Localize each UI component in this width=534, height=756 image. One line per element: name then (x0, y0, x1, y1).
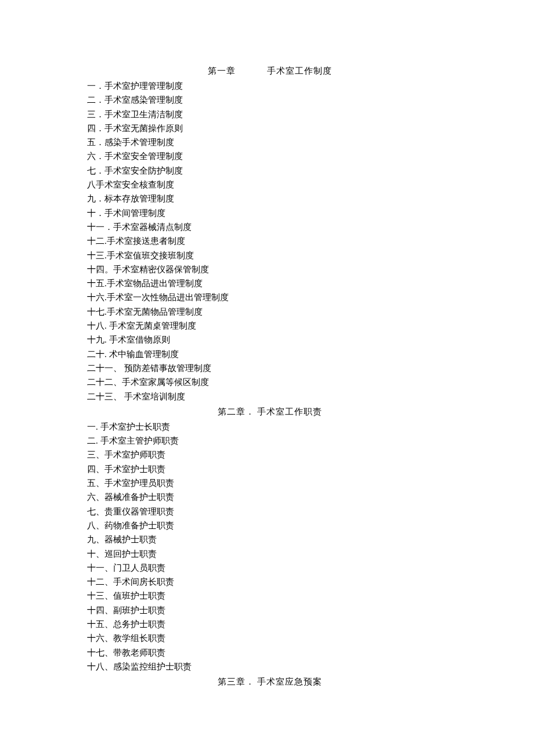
list-item: 十六.手术室一次性物品进出管理制度 (87, 290, 453, 304)
list-item: 十八. 手术室无菌桌管理制度 (87, 319, 453, 333)
list-item: 八、药物准备护士职责 (87, 519, 453, 532)
list-item: 九．标本存放管理制度 (87, 192, 453, 206)
list-item: 十九. 手术室借物原则 (87, 333, 453, 347)
list-item: 七．手术室安全防护制度 (87, 164, 453, 178)
list-item: 十．手术间管理制度 (87, 206, 453, 220)
list-item: 三、手术室护师职责 (87, 448, 453, 462)
list-item: 四、手术室护士职责 (87, 462, 453, 476)
list-item: 十五.手术室物品进出管理制度 (87, 276, 453, 290)
list-item: 六、器械准备护士职责 (87, 490, 453, 504)
list-item: 九、器械护士职责 (87, 532, 453, 546)
list-item: 二十三、 手术室培训制度 (87, 390, 453, 404)
chapter-1-heading: 第一章 手术室工作制度 (87, 64, 453, 78)
chapter-1-list: 一．手术室护理管理制度 二．手术室感染管理制度 三．手术室卫生清洁制度 四．手术… (87, 79, 453, 404)
chapter-2-section: 第二章． 手术室工作职责 一. 手术室护士长职责 二. 手术室主管护师职责 三、… (87, 405, 453, 674)
list-item: 二．手术室感染管理制度 (87, 93, 453, 107)
chapter-3-title: 手术室应急预案 (257, 677, 322, 686)
list-item: 十一．手术室器械清点制度 (87, 220, 453, 234)
list-item: 十四、副班护士职责 (87, 603, 453, 617)
chapter-3-section: 第三章． 手术室应急预案 (87, 675, 453, 689)
list-item: 三．手术室卫生清洁制度 (87, 107, 453, 121)
chapter-1-section: 第一章 手术室工作制度 一．手术室护理管理制度 二．手术室感染管理制度 三．手术… (87, 64, 453, 404)
chapter-3-heading: 第三章． 手术室应急预案 (87, 675, 453, 689)
list-item: 十七.手术室无菌物品管理制度 (87, 305, 453, 319)
list-item: 六．手术室安全管理制度 (87, 149, 453, 163)
list-item: 一．手术室护理管理制度 (87, 79, 453, 93)
list-item: 五．感染手术管理制度 (87, 135, 453, 149)
chapter-1-number: 第一章 (208, 66, 236, 75)
list-item: 七、贵重仪器管理职责 (87, 505, 453, 519)
chapter-2-number: 第二章． (218, 407, 255, 416)
chapter-1-title: 手术室工作制度 (267, 66, 332, 75)
list-item: 二十一、 预防差错事故管理制度 (87, 361, 453, 375)
list-item: 二十. 术中输血管理制度 (87, 347, 453, 361)
chapter-2-heading: 第二章． 手术室工作职责 (87, 405, 453, 419)
list-item: 十七、带教老师职责 (87, 646, 453, 660)
list-item: 十、巡回护士职责 (87, 547, 453, 561)
list-item: 五、手术室护理员职责 (87, 476, 453, 490)
list-item: 二. 手术室主管护师职责 (87, 434, 453, 448)
list-item: 十三、值班护士职责 (87, 589, 453, 603)
list-item: 二十二、手术室家属等候区制度 (87, 375, 453, 389)
list-item: 十三.手术室值班交接班制度 (87, 249, 453, 262)
list-item: 四．手术室无菌操作原则 (87, 121, 453, 135)
list-item: 十六、教学组长职责 (87, 631, 453, 645)
chapter-3-number: 第三章． (218, 677, 255, 686)
chapter-2-list: 一. 手术室护士长职责 二. 手术室主管护师职责 三、手术室护师职责 四、手术室… (87, 420, 453, 674)
list-item: 一. 手术室护士长职责 (87, 420, 453, 434)
list-item: 八手术室安全核查制度 (87, 178, 453, 192)
list-item: 十四。手术室精密仪器保管制度 (87, 262, 453, 276)
list-item: 十八、感染监控组护士职责 (87, 660, 453, 674)
list-item: 十一、门卫人员职责 (87, 561, 453, 575)
list-item: 十二、手术间房长职责 (87, 575, 453, 589)
list-item: 十二.手术室接送患者制度 (87, 234, 453, 248)
chapter-2-title: 手术室工作职责 (257, 407, 322, 416)
list-item: 十五、总务护士职责 (87, 617, 453, 631)
